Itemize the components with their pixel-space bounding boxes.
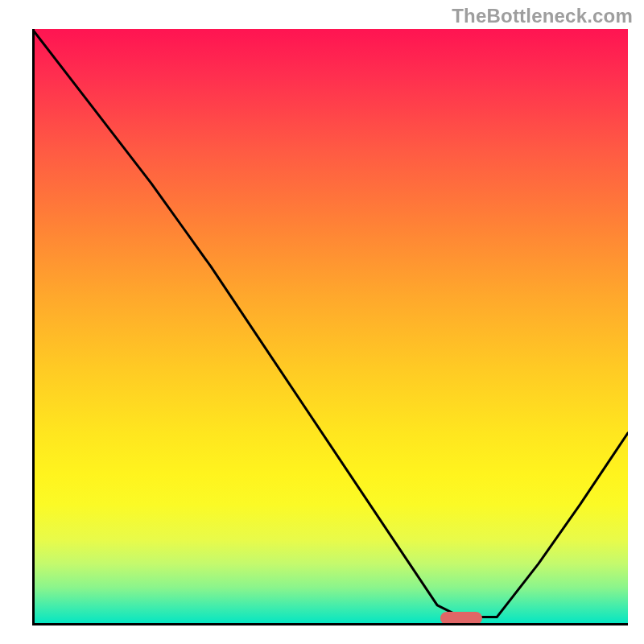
- plot-area: [32, 29, 628, 623]
- x-axis: [32, 623, 628, 625]
- chart-container: TheBottleneck.com: [0, 0, 644, 644]
- bottleneck-curve: [32, 29, 628, 623]
- sweet-spot-marker: [440, 612, 482, 623]
- y-axis: [32, 29, 35, 623]
- watermark-text: TheBottleneck.com: [452, 5, 633, 27]
